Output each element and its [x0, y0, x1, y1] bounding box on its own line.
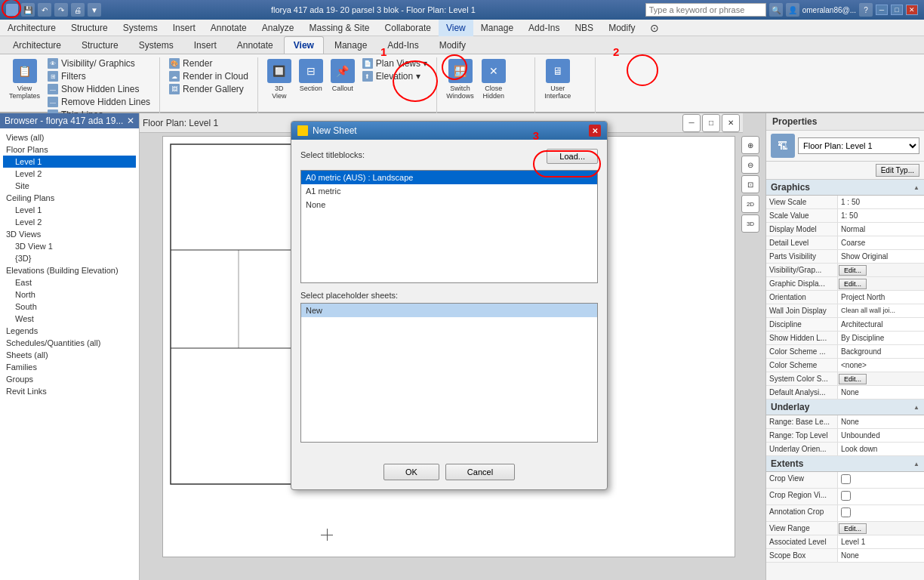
- orientation-value[interactable]: Project North: [838, 291, 924, 304]
- ribbon-tab-modify[interactable]: Modify: [430, 36, 476, 54]
- menu-collaborate[interactable]: Collaborate: [377, 20, 439, 36]
- ribbon-tab-insert[interactable]: Insert: [184, 36, 226, 54]
- tree-south[interactable]: South: [3, 301, 136, 313]
- tree-views-all[interactable]: Views (all): [3, 131, 136, 143]
- redo-icon[interactable]: ↷: [54, 3, 68, 17]
- system-color-edit-btn[interactable]: Edit...: [839, 374, 867, 384]
- titleblock-item-2[interactable]: None: [301, 198, 597, 211]
- dialog-close-btn[interactable]: ✕: [589, 125, 601, 137]
- ribbon-tab-structure[interactable]: Structure: [72, 36, 128, 54]
- tree-3d-views[interactable]: 3D Views: [3, 228, 136, 240]
- cancel-btn[interactable]: Cancel: [445, 464, 515, 480]
- annotation-crop-checkbox[interactable]: [841, 508, 851, 517]
- print-icon[interactable]: 🖨: [71, 3, 85, 17]
- ok-btn[interactable]: OK: [383, 464, 439, 480]
- display-model-value[interactable]: Normal: [838, 223, 924, 236]
- menu-massing[interactable]: Massing & Site: [302, 20, 377, 36]
- view-range-edit-btn[interactable]: Edit...: [839, 523, 867, 534]
- ribbon-tab-manage[interactable]: Manage: [325, 36, 377, 54]
- menu-manage[interactable]: Manage: [473, 20, 521, 36]
- graphic-display-edit-btn[interactable]: Edit...: [839, 279, 867, 289]
- view-minimize-btn[interactable]: ─: [682, 114, 701, 132]
- menu-insert[interactable]: Insert: [165, 20, 203, 36]
- tree-groups[interactable]: Groups: [3, 373, 136, 385]
- elevation-btn[interactable]: ⬆ Elevation ▾: [359, 70, 430, 82]
- crop-region-value[interactable]: [838, 489, 924, 504]
- tree-3d-view-1[interactable]: 3D View 1: [3, 240, 136, 252]
- tree-revit-links[interactable]: Revit Links: [3, 385, 136, 397]
- crop-region-checkbox[interactable]: [841, 491, 851, 501]
- menu-addins[interactable]: Add-Ins: [521, 20, 567, 36]
- browser-close-btn[interactable]: ✕: [127, 116, 134, 126]
- options-icon[interactable]: ▼: [88, 3, 101, 17]
- user-icon[interactable]: 👤: [786, 3, 799, 17]
- filters-btn[interactable]: ⊞ Filters: [45, 70, 153, 82]
- tree-legends[interactable]: Legends: [3, 325, 136, 337]
- minimize-btn[interactable]: ─: [876, 5, 888, 15]
- tree-site[interactable]: Site: [3, 180, 136, 192]
- extents-section-header[interactable]: Extents ▲: [766, 456, 924, 472]
- zoom-fit-btn[interactable]: ⊡: [741, 175, 759, 193]
- parts-visibility-value[interactable]: Show Original: [838, 250, 924, 263]
- color-scheme-value[interactable]: <none>: [838, 359, 924, 372]
- discipline-value[interactable]: Architectural: [838, 318, 924, 331]
- tree-east[interactable]: East: [3, 276, 136, 288]
- show-hidden-lines-btn[interactable]: ― Show Hidden Lines: [45, 83, 153, 95]
- range-base-value[interactable]: None: [838, 415, 924, 428]
- undo-icon[interactable]: ↶: [38, 3, 51, 17]
- search-input[interactable]: [645, 3, 766, 17]
- titleblock-item-0[interactable]: A0 metric (AUS) : Landscape: [301, 171, 597, 184]
- ribbon-tab-annotate[interactable]: Annotate: [227, 36, 283, 54]
- ribbon-tab-systems[interactable]: Systems: [129, 36, 183, 54]
- view-3d-btn[interactable]: 🔲 3DView: [264, 57, 294, 101]
- plan-views-btn[interactable]: 📄 Plan Views ▾: [359, 57, 430, 69]
- wall-join-value[interactable]: Clean all wall joi...: [838, 304, 924, 317]
- menu-annotate[interactable]: Annotate: [203, 20, 254, 36]
- save-icon[interactable]: 💾: [21, 3, 35, 17]
- tree-ceiling-level-2[interactable]: Level 2: [3, 216, 136, 228]
- tree-schedules[interactable]: Schedules/Quantities (all): [3, 337, 136, 349]
- tree-level-1[interactable]: Level 1: [3, 156, 136, 168]
- menu-view[interactable]: View: [439, 20, 473, 36]
- switch-windows-btn[interactable]: 🪟 SwitchWindows: [443, 57, 477, 101]
- view-restore-btn[interactable]: □: [702, 114, 720, 132]
- tree-elevations[interactable]: Elevations (Building Elevation): [3, 264, 136, 276]
- edit-type-btn[interactable]: Edit Typ...: [876, 164, 919, 177]
- tree-floor-plans[interactable]: Floor Plans: [3, 143, 136, 156]
- view-templates-btn[interactable]: 📋 ViewTemplates: [6, 57, 43, 101]
- help-icon[interactable]: ?: [859, 3, 873, 17]
- user-interface-btn[interactable]: 🖥 UserInterface: [541, 57, 574, 101]
- color-scheme-bg-value[interactable]: Background: [838, 345, 924, 358]
- render-btn[interactable]: 🎨 Render: [166, 57, 251, 69]
- render-gallery-btn[interactable]: 🖼 Render Gallery: [166, 83, 251, 95]
- close-hidden-btn[interactable]: ✕ CloseHidden: [479, 57, 509, 101]
- ribbon-tab-addins[interactable]: Add-Ins: [377, 36, 428, 54]
- visibility-graphics-btn[interactable]: 👁 Visibility/ Graphics: [45, 57, 153, 69]
- tree-3d[interactable]: {3D}: [3, 252, 136, 264]
- menu-analyze[interactable]: Analyze: [254, 20, 302, 36]
- view-close-btn[interactable]: ✕: [722, 114, 740, 132]
- annotation-crop-value[interactable]: [838, 505, 924, 521]
- callout-btn[interactable]: 📌 Callout: [328, 57, 358, 94]
- ribbon-tab-view[interactable]: View: [284, 36, 324, 54]
- zoom-3d-btn[interactable]: 2D: [741, 195, 759, 213]
- menu-extra[interactable]: ⊙: [642, 20, 667, 36]
- load-btn[interactable]: Load...: [547, 149, 598, 164]
- underlay-section-header[interactable]: Underlay ▲: [766, 400, 924, 415]
- tree-north[interactable]: North: [3, 288, 136, 301]
- tree-ceiling-plans[interactable]: Ceiling Plans: [3, 192, 136, 204]
- tree-level-2[interactable]: Level 2: [3, 168, 136, 180]
- render-cloud-btn[interactable]: ☁ Render in Cloud: [166, 70, 251, 82]
- menu-nbs[interactable]: NBS: [567, 20, 601, 36]
- menu-systems[interactable]: Systems: [116, 20, 165, 36]
- crop-view-value[interactable]: [838, 472, 924, 488]
- graphics-section-header[interactable]: Graphics ▲: [766, 180, 924, 196]
- section-btn[interactable]: ⊟ Section: [296, 57, 326, 94]
- titleblocks-listbox[interactable]: A0 metric (AUS) : Landscape A1 metric No…: [300, 170, 598, 283]
- placeholder-listbox[interactable]: New: [300, 303, 598, 443]
- ribbon-tab-architecture[interactable]: Architecture: [3, 36, 71, 54]
- menu-architecture[interactable]: Architecture: [0, 20, 63, 36]
- zoom-in-btn[interactable]: ⊕: [741, 136, 759, 154]
- close-btn[interactable]: ✕: [906, 5, 918, 15]
- tree-families[interactable]: Families: [3, 361, 136, 373]
